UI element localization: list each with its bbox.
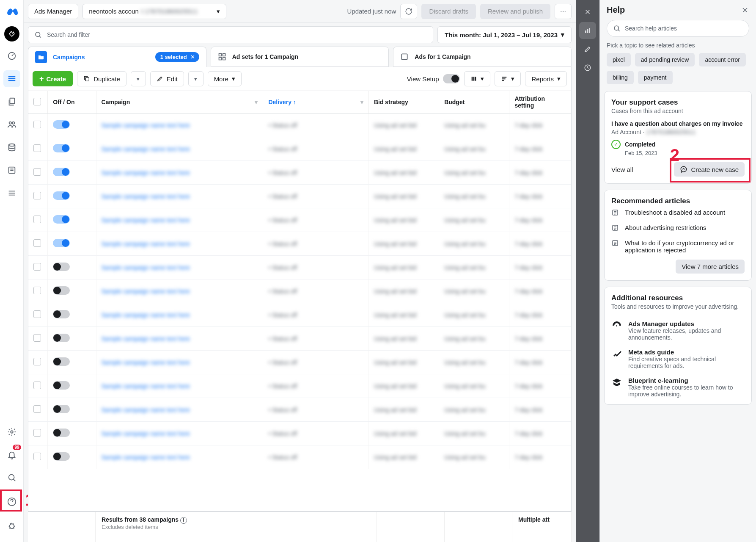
reports-button[interactable]: Reports ▾ <box>525 71 567 86</box>
meta-logo-icon[interactable] <box>3 3 20 20</box>
help-close-button[interactable] <box>741 6 749 14</box>
recommended-article-link[interactable]: What to do if your cryptocurrency ad or … <box>611 239 745 254</box>
table-row[interactable]: Sample campaign name text here • Status … <box>28 185 571 208</box>
campaign-name-link[interactable]: Sample campaign name text here <box>102 288 190 295</box>
campaign-name-link[interactable]: Sample campaign name text here <box>102 383 190 390</box>
table-row[interactable]: Sample campaign name text here • Status … <box>28 161 571 185</box>
resource-link[interactable]: Blueprint e-learningTake free online cou… <box>611 377 745 398</box>
tab-campaigns[interactable]: Campaigns 1 selected✕ <box>28 47 206 67</box>
settings-gear-icon[interactable] <box>3 423 20 440</box>
audience-icon[interactable] <box>3 116 20 133</box>
copy-stack-icon[interactable] <box>3 93 20 110</box>
row-checkbox[interactable] <box>33 405 41 413</box>
gauge-icon[interactable] <box>3 47 20 64</box>
search-icon-rail[interactable] <box>3 469 20 486</box>
on-off-switch[interactable] <box>53 452 70 461</box>
topic-chip[interactable]: payment <box>638 71 673 84</box>
recommended-article-link[interactable]: Troubleshoot a disabled ad account <box>611 209 745 217</box>
on-off-switch[interactable] <box>53 381 70 390</box>
more-button[interactable]: More ▾ <box>208 71 242 86</box>
campaign-name-link[interactable]: Sample campaign name text here <box>102 335 190 342</box>
on-off-switch[interactable] <box>53 429 70 437</box>
account-selector[interactable]: neontools account 178701860025511 ▾ <box>82 4 226 19</box>
columns-button[interactable]: ▾ <box>464 71 490 86</box>
col-bid[interactable]: Bid strategy <box>368 91 439 113</box>
table-row[interactable]: Sample campaign name text here • Status … <box>28 351 571 374</box>
campaign-name-link[interactable]: Sample campaign name text here <box>102 193 190 200</box>
col-budget[interactable]: Budget <box>439 91 509 113</box>
grid-icon[interactable] <box>3 70 20 87</box>
table-row[interactable]: Sample campaign name text here • Status … <box>28 137 571 161</box>
table-row[interactable]: Sample campaign name text here • Status … <box>28 208 571 232</box>
table-row[interactable]: Sample campaign name text here • Status … <box>28 422 571 445</box>
col-attribution[interactable]: Attribution setting <box>509 91 571 113</box>
forms-icon[interactable] <box>3 162 20 179</box>
row-checkbox[interactable] <box>33 429 41 437</box>
row-checkbox[interactable] <box>33 453 41 460</box>
edit-caret[interactable]: ▾ <box>188 71 203 86</box>
info-icon[interactable]: i <box>180 517 187 524</box>
on-off-switch[interactable] <box>53 310 70 318</box>
breakdown-button[interactable]: ▾ <box>495 71 521 86</box>
selected-count-pill[interactable]: 1 selected✕ <box>155 52 199 62</box>
campaign-name-link[interactable]: Sample campaign name text here <box>102 359 190 366</box>
search-input[interactable]: Search and filter <box>28 26 433 43</box>
tab-adsets[interactable]: Ad sets for 1 Campaign <box>211 47 389 67</box>
edit-button[interactable]: Edit <box>150 71 184 86</box>
campaign-name-link[interactable]: Sample campaign name text here <box>102 406 190 413</box>
help-search-input[interactable]: Search help articles <box>607 20 749 37</box>
campaign-name-link[interactable]: Sample campaign name text here <box>102 264 190 271</box>
campaign-name-link[interactable]: Sample campaign name text here <box>102 430 190 437</box>
row-checkbox[interactable] <box>33 239 41 247</box>
bug-icon[interactable] <box>3 517 20 534</box>
row-checkbox[interactable] <box>33 263 41 271</box>
campaign-name-link[interactable]: Sample campaign name text here <box>102 122 190 129</box>
table-row[interactable]: Sample campaign name text here • Status … <box>28 445 571 469</box>
on-off-switch[interactable] <box>53 405 70 413</box>
view-all-cases-link[interactable]: View all <box>611 166 633 173</box>
notifications-bell-icon[interactable]: 99 <box>3 446 20 463</box>
close-panel-button[interactable] <box>579 3 596 20</box>
table-row[interactable]: Sample campaign name text here • Status … <box>28 256 571 279</box>
on-off-switch[interactable] <box>53 191 70 200</box>
duplicate-button[interactable]: Duplicate <box>77 71 126 86</box>
campaign-name-link[interactable]: Sample campaign name text here <box>102 169 190 176</box>
refresh-button[interactable] <box>400 4 417 19</box>
row-checkbox[interactable] <box>33 192 41 199</box>
row-checkbox[interactable] <box>33 216 41 223</box>
table-row[interactable]: Sample campaign name text here • Status … <box>28 374 571 398</box>
campaign-name-link[interactable]: Sample campaign name text here <box>102 241 190 247</box>
topic-chip[interactable]: account error <box>699 53 745 66</box>
row-checkbox[interactable] <box>33 310 41 318</box>
on-off-switch[interactable] <box>53 263 70 271</box>
tab-ads[interactable]: Ads for 1 Campaign <box>393 47 572 67</box>
table-row[interactable]: Sample campaign name text here • Status … <box>28 232 571 256</box>
review-publish-button[interactable]: Review and publish <box>480 4 550 19</box>
on-off-switch[interactable] <box>53 357 70 366</box>
discard-drafts-button[interactable]: Discard drafts <box>421 4 476 19</box>
row-checkbox[interactable] <box>33 358 41 365</box>
chart-icon[interactable] <box>579 22 596 39</box>
table-row[interactable]: Sample campaign name text here • Status … <box>28 327 571 351</box>
view-more-articles-button[interactable]: View 7 more articles <box>676 260 745 274</box>
menu-icon[interactable] <box>3 185 20 202</box>
view-setup-toggle[interactable]: View Setup <box>407 74 460 83</box>
org-avatar-icon[interactable] <box>4 26 19 41</box>
campaign-name-link[interactable]: Sample campaign name text here <box>102 217 190 224</box>
on-off-switch[interactable] <box>53 334 70 342</box>
on-off-switch[interactable] <box>53 120 70 129</box>
resource-link[interactable]: Meta ads guideFind creative specs and te… <box>611 348 745 369</box>
table-row[interactable]: Sample campaign name text here • Status … <box>28 113 571 137</box>
table-row[interactable]: Sample campaign name text here • Status … <box>28 303 571 327</box>
pencil-icon[interactable] <box>579 41 596 58</box>
col-delivery[interactable]: Delivery ↑▾ <box>263 91 368 113</box>
billing-icon[interactable] <box>3 139 20 156</box>
topic-chip[interactable]: pixel <box>607 53 631 66</box>
resource-link[interactable]: Ads Manager updatesView feature releases… <box>611 320 745 341</box>
breadcrumb-app[interactable]: Ads Manager <box>28 4 78 19</box>
on-off-switch[interactable] <box>53 144 70 152</box>
on-off-switch[interactable] <box>53 239 70 247</box>
on-off-switch[interactable] <box>53 168 70 176</box>
clock-icon[interactable] <box>579 59 596 76</box>
campaign-name-link[interactable]: Sample campaign name text here <box>102 312 190 318</box>
